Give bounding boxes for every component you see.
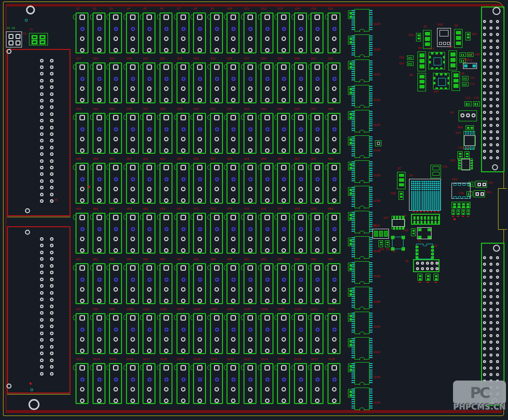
- relay-footprint[interactable]: [109, 263, 122, 304]
- cap2h-component[interactable]: [464, 101, 472, 106]
- relay-footprint[interactable]: [176, 163, 190, 204]
- dip8sock-component[interactable]: [416, 244, 433, 259]
- relay-footprint[interactable]: [244, 263, 256, 304]
- sotv-component[interactable]: [418, 73, 426, 91]
- relay-footprint[interactable]: [160, 62, 172, 103]
- relay-footprint[interactable]: [310, 62, 324, 103]
- bga-chip[interactable]: [409, 179, 441, 211]
- relay-footprint[interactable]: [109, 113, 122, 154]
- relay-footprint[interactable]: [126, 263, 139, 304]
- cap2h-component[interactable]: [407, 55, 414, 60]
- relay-footprint[interactable]: [277, 163, 290, 204]
- relay-footprint[interactable]: [260, 263, 274, 304]
- relay-footprint[interactable]: [109, 313, 122, 354]
- relay-footprint[interactable]: [310, 12, 324, 53]
- relay-footprint[interactable]: [142, 363, 156, 404]
- relay-footprint[interactable]: [126, 363, 139, 404]
- relay-footprint[interactable]: [244, 62, 256, 103]
- relay-footprint[interactable]: [226, 62, 240, 103]
- sotv-component[interactable]: [452, 71, 460, 91]
- hdr16-component[interactable]: [411, 214, 440, 225]
- relay-footprint[interactable]: [142, 62, 156, 103]
- relay-footprint[interactable]: [176, 113, 190, 154]
- decoupling-cap[interactable]: [418, 274, 422, 281]
- soic8h-component[interactable]: [392, 216, 404, 229]
- connector-left[interactable]: [7, 226, 70, 394]
- cap2v-component[interactable]: [378, 240, 383, 247]
- sotv-component[interactable]: [423, 30, 432, 49]
- cap2h-component[interactable]: [462, 82, 468, 86]
- relay-footprint[interactable]: [277, 213, 290, 254]
- relay-footprint[interactable]: [294, 62, 307, 103]
- hdr10-component[interactable]: [413, 259, 440, 272]
- jmp2-component[interactable]: [474, 190, 485, 197]
- relay-footprint[interactable]: [160, 363, 172, 404]
- relay-footprint[interactable]: [142, 313, 156, 354]
- relay-footprint[interactable]: [244, 163, 256, 204]
- relay-footprint[interactable]: [277, 263, 290, 304]
- cap2v-component[interactable]: [466, 32, 470, 40]
- term4w-component[interactable]: [6, 31, 22, 47]
- relay-footprint[interactable]: [76, 12, 88, 53]
- relay-footprint[interactable]: [328, 363, 340, 404]
- relay-footprint[interactable]: [142, 163, 156, 204]
- dip-ic[interactable]: [354, 160, 370, 183]
- relay-footprint[interactable]: [226, 363, 240, 404]
- corner4-component[interactable]: [417, 227, 432, 239]
- dip-ic[interactable]: [354, 388, 370, 410]
- relay-footprint[interactable]: [226, 12, 240, 53]
- sq-component[interactable]: [375, 140, 382, 146]
- relay-footprint[interactable]: [310, 163, 324, 204]
- padblock-component[interactable]: [452, 202, 470, 208]
- relay-footprint[interactable]: [142, 263, 156, 304]
- relay-footprint[interactable]: [310, 263, 324, 304]
- relay-footprint[interactable]: [277, 363, 290, 404]
- relay-footprint[interactable]: [226, 163, 240, 204]
- relay-footprint[interactable]: [210, 163, 223, 204]
- dip-ic[interactable]: [354, 85, 370, 107]
- cap2v-component[interactable]: [385, 240, 390, 247]
- relay-footprint[interactable]: [92, 12, 106, 53]
- dip-ic[interactable]: [354, 337, 370, 360]
- relay-footprint[interactable]: [260, 313, 274, 354]
- relay-footprint[interactable]: [92, 113, 106, 154]
- relay-footprint[interactable]: [76, 313, 88, 354]
- connector-right[interactable]: [481, 6, 504, 172]
- relay-footprint[interactable]: [310, 113, 324, 154]
- relay-footprint[interactable]: [193, 12, 206, 53]
- dip-ic[interactable]: [354, 211, 370, 233]
- relay-footprint[interactable]: [126, 163, 139, 204]
- dip-ic[interactable]: [354, 186, 370, 208]
- relay-footprint[interactable]: [310, 213, 324, 254]
- relay-footprint[interactable]: [126, 12, 139, 53]
- relay-footprint[interactable]: [260, 12, 274, 53]
- relay-footprint[interactable]: [126, 313, 139, 354]
- cap2h-component[interactable]: [467, 52, 474, 57]
- dip-ic[interactable]: [354, 312, 370, 334]
- relay-footprint[interactable]: [277, 313, 290, 354]
- soic8v-component[interactable]: [458, 158, 472, 170]
- res2-component[interactable]: [466, 125, 474, 130]
- relay-footprint[interactable]: [126, 62, 139, 103]
- jmp2-component[interactable]: [476, 181, 487, 188]
- relay-footprint[interactable]: [277, 62, 290, 103]
- relay-footprint[interactable]: [193, 313, 206, 354]
- relay-footprint[interactable]: [160, 163, 172, 204]
- relay-footprint[interactable]: [226, 213, 240, 254]
- relay-footprint[interactable]: [294, 313, 307, 354]
- sotv-component[interactable]: [454, 29, 462, 48]
- relay-footprint[interactable]: [294, 213, 307, 254]
- xtal-component[interactable]: [392, 237, 404, 249]
- relay-footprint[interactable]: [109, 62, 122, 103]
- term4g-component[interactable]: [29, 33, 48, 45]
- relay-footprint[interactable]: [176, 313, 190, 354]
- relay-footprint[interactable]: [226, 113, 240, 154]
- relay-footprint[interactable]: [244, 363, 256, 404]
- relay-footprint[interactable]: [76, 163, 88, 204]
- relay-footprint[interactable]: [176, 213, 190, 254]
- relay-footprint[interactable]: [210, 113, 223, 154]
- relay-footprint[interactable]: [277, 12, 290, 53]
- relay-footprint[interactable]: [244, 113, 256, 154]
- relay-footprint[interactable]: [210, 363, 223, 404]
- relay-footprint[interactable]: [294, 163, 307, 204]
